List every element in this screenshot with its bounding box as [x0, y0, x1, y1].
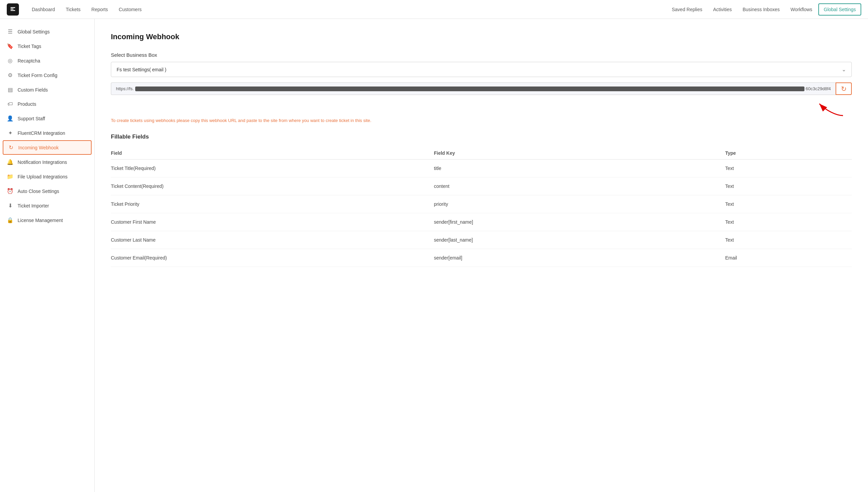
sidebar-item-custom-fields[interactable]: ▤ Custom Fields	[0, 82, 94, 97]
arrow-annotation	[111, 100, 852, 117]
field-name-cell: Customer Last Name	[111, 231, 420, 249]
sidebar-item-auto-close[interactable]: ⏰ Auto Close Settings	[0, 184, 94, 198]
field-type-cell: Text	[712, 195, 852, 213]
ticket-form-config-icon: ⚙	[7, 72, 14, 78]
table-row: Ticket PrioritypriorityText	[111, 195, 852, 213]
sidebar-item-ticket-tags[interactable]: 🔖 Ticket Tags	[0, 39, 94, 53]
field-key-cell: content	[420, 177, 712, 195]
field-key-cell: sender[email]	[420, 249, 712, 267]
recaptcha-icon: ◎	[7, 57, 14, 64]
sidebar-item-incoming-webhook[interactable]: ↻ Incoming Webhook	[3, 140, 92, 155]
table-row: Ticket Title(Required)titleText	[111, 159, 852, 177]
global-settings-icon: ☰	[7, 28, 14, 35]
field-type-cell: Text	[712, 177, 852, 195]
top-navigation: Dashboard Tickets Reports Customers Save…	[0, 0, 868, 19]
fluentcrm-icon: ✦	[7, 130, 14, 136]
sidebar-item-products[interactable]: 🏷 Products	[0, 97, 94, 111]
nav-item-tickets[interactable]: Tickets	[61, 4, 86, 15]
fillable-fields-table: Field Field Key Type Ticket Title(Requir…	[111, 147, 852, 267]
business-box-select[interactable]: Fs test Settings( email ) ⌄	[111, 62, 852, 77]
sidebar-item-label: Notification Integrations	[18, 159, 67, 165]
sidebar-item-label: Custom Fields	[18, 87, 48, 93]
nav-item-global-settings[interactable]: Global Settings	[818, 3, 861, 16]
table-row: Customer Last Namesender[last_name]Text	[111, 231, 852, 249]
sidebar-item-notification-integrations[interactable]: 🔔 Notification Integrations	[0, 155, 94, 169]
ticket-tags-icon: 🔖	[7, 43, 14, 49]
sidebar-item-label: FluentCRM Integration	[18, 130, 65, 136]
custom-fields-icon: ▤	[7, 87, 14, 93]
sidebar-item-recaptcha[interactable]: ◎ Recaptcha	[0, 53, 94, 68]
nav-item-workflows[interactable]: Workflows	[786, 4, 817, 15]
webhook-warning-text: To create tickets using webhooks please …	[111, 117, 852, 124]
file-upload-icon: 📁	[7, 173, 14, 180]
notification-integrations-icon: 🔔	[7, 159, 14, 165]
sidebar-item-ticket-form-config[interactable]: ⚙ Ticket Form Config	[0, 68, 94, 82]
field-key-cell: sender[last_name]	[420, 231, 712, 249]
column-header-type: Type	[712, 147, 852, 159]
field-name-cell: Customer First Name	[111, 213, 420, 231]
field-name-cell: Ticket Content(Required)	[111, 177, 420, 195]
license-management-icon: 🔒	[7, 217, 14, 223]
nav-item-activities[interactable]: Activities	[708, 4, 737, 15]
chevron-down-icon: ⌄	[842, 66, 846, 73]
sidebar: ☰ Global Settings 🔖 Ticket Tags ◎ Recapt…	[0, 19, 95, 492]
field-type-cell: Text	[712, 231, 852, 249]
field-key-cell: title	[420, 159, 712, 177]
nav-item-business-inboxes[interactable]: Business Inboxes	[738, 4, 785, 15]
sidebar-item-fluentcrm[interactable]: ✦ FluentCRM Integration	[0, 126, 94, 140]
refresh-icon: ↻	[841, 85, 847, 93]
main-content: Incoming Webhook Select Business Box Fs …	[95, 19, 868, 492]
url-suffix: 60c3c29d8f4	[806, 86, 831, 91]
nav-item-dashboard[interactable]: Dashboard	[27, 4, 60, 15]
sidebar-item-label: Global Settings	[18, 29, 50, 34]
table-row: Ticket Content(Required)contentText	[111, 177, 852, 195]
field-name-cell: Customer Email(Required)	[111, 249, 420, 267]
business-select-value: Fs test Settings( email )	[117, 67, 166, 72]
sidebar-item-license-management[interactable]: 🔒 License Management	[0, 213, 94, 227]
fillable-fields-title: Fillable Fields	[111, 133, 852, 140]
incoming-webhook-icon: ↻	[7, 144, 14, 151]
support-staff-icon: 👤	[7, 115, 14, 122]
nav-item-saved-replies[interactable]: Saved Replies	[667, 4, 707, 15]
field-type-cell: Text	[712, 159, 852, 177]
sidebar-item-label: Auto Close Settings	[18, 189, 59, 194]
sidebar-item-label: Ticket Form Config	[18, 73, 57, 78]
ticket-importer-icon: ⬇	[7, 202, 14, 209]
field-type-cell: Email	[712, 249, 852, 267]
nav-item-reports[interactable]: Reports	[87, 4, 113, 15]
select-business-label: Select Business Box	[111, 52, 852, 58]
field-name-cell: Ticket Priority	[111, 195, 420, 213]
app-logo[interactable]	[7, 3, 19, 16]
page-title: Incoming Webhook	[111, 32, 852, 41]
app-layout: ☰ Global Settings 🔖 Ticket Tags ◎ Recapt…	[0, 19, 868, 492]
sidebar-item-label: File Upload Integrations	[18, 174, 68, 179]
products-icon: 🏷	[7, 101, 14, 107]
field-key-cell: sender[first_name]	[420, 213, 712, 231]
webhook-url-row: https://fs. 60c3c29d8f4 ↻	[111, 82, 852, 95]
column-header-key: Field Key	[420, 147, 712, 159]
auto-close-icon: ⏰	[7, 188, 14, 194]
url-masked-segment	[135, 87, 804, 91]
sidebar-item-label: License Management	[18, 218, 63, 223]
sidebar-item-support-staff[interactable]: 👤 Support Staff	[0, 111, 94, 126]
sidebar-item-ticket-importer[interactable]: ⬇ Ticket Importer	[0, 198, 94, 213]
webhook-url-display: https://fs. 60c3c29d8f4	[111, 82, 836, 95]
webhook-url-section: https://fs. 60c3c29d8f4 ↻	[111, 82, 852, 117]
column-header-field: Field	[111, 147, 420, 159]
table-row: Customer Email(Required)sender[email]Ema…	[111, 249, 852, 267]
nav-right-items: Saved Replies Activities Business Inboxe…	[667, 3, 861, 16]
nav-left-items: Dashboard Tickets Reports Customers	[27, 4, 146, 15]
sidebar-item-label: Recaptcha	[18, 58, 40, 64]
sidebar-item-label: Ticket Tags	[18, 44, 41, 49]
refresh-webhook-button[interactable]: ↻	[836, 82, 852, 95]
table-row: Customer First Namesender[first_name]Tex…	[111, 213, 852, 231]
field-type-cell: Text	[712, 213, 852, 231]
url-prefix: https://fs.	[116, 86, 134, 91]
sidebar-item-label: Support Staff	[18, 116, 45, 121]
field-name-cell: Ticket Title(Required)	[111, 159, 420, 177]
sidebar-item-label: Products	[18, 101, 36, 107]
nav-item-customers[interactable]: Customers	[114, 4, 146, 15]
sidebar-item-global-settings[interactable]: ☰ Global Settings	[0, 24, 94, 39]
sidebar-item-file-upload[interactable]: 📁 File Upload Integrations	[0, 169, 94, 184]
field-key-cell: priority	[420, 195, 712, 213]
